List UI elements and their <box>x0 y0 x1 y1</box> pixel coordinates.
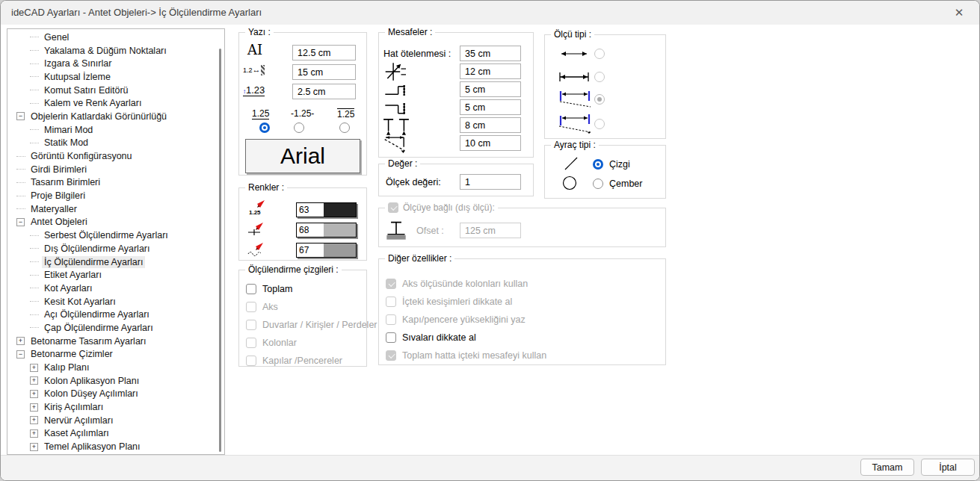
wall-offset-up-input[interactable] <box>460 81 521 97</box>
tree-item-betonarme-cizimler[interactable]: −Betonarme Çizimler <box>7 348 224 361</box>
other-properties-group: Diğer özellikler : <box>378 258 666 365</box>
dialog-footer: Tamam İptal <box>1 455 979 480</box>
dimension-line-color-icon <box>247 219 267 237</box>
tree-item-cap[interactable]: Çap Ölçülendirme Ayarları <box>7 321 224 335</box>
text-gap-input[interactable] <box>292 84 356 99</box>
tree-item-kolon-dusey[interactable]: +Kolon Düşey Açılımları <box>7 388 224 401</box>
expand-icon[interactable]: + <box>30 364 38 372</box>
offset-beam-icon <box>385 220 407 241</box>
tree-item-yakalama[interactable]: Yakalama & Düğüm Noktaları <box>7 44 224 58</box>
overline-style-radio[interactable] <box>339 122 350 133</box>
radio[interactable] <box>593 179 603 189</box>
tree-item-tasarim[interactable]: Tasarım Birimleri <box>7 176 224 190</box>
expand-icon[interactable]: + <box>30 443 38 451</box>
close-icon[interactable]: ✕ <box>951 5 967 20</box>
tree-item-proje[interactable]: Proje Bilgileri <box>7 189 224 202</box>
tree-item-kot[interactable]: Kot Ayarları <box>7 282 224 295</box>
cember-radio-row[interactable]: Çember <box>593 179 642 189</box>
tree-item-kolon-aplikasyon[interactable]: +Kolon Aplikasyon Planı <box>7 374 224 388</box>
scale-value-input[interactable] <box>460 174 521 190</box>
dim-type-witness-radio <box>594 94 605 105</box>
dimension-text-color-icon: 1.25 <box>249 199 267 216</box>
group-title: Ölçülendirme çizgileri : <box>245 264 342 275</box>
tree-item-genel[interactable]: Genel <box>7 31 224 44</box>
cancel-button[interactable]: İptal <box>921 459 975 476</box>
line-offset-input[interactable] <box>460 46 521 61</box>
tree-item-kalem[interactable]: Kalem ve Renk Ayarları <box>7 96 224 110</box>
dimension-text-color-control[interactable]: 63 <box>296 202 357 217</box>
collapse-icon[interactable]: − <box>16 218 25 226</box>
expand-icon[interactable]: + <box>30 390 38 398</box>
tree-item-kaset[interactable]: +Kaset Açılımları <box>7 427 224 441</box>
walls-span-input[interactable] <box>460 117 521 133</box>
expand-icon[interactable]: + <box>30 376 38 385</box>
cizgi-radio-row[interactable]: Çizgi <box>593 159 630 170</box>
aks-kolon-checkbox-row: Aks ölçüsünde kolonları kullan <box>386 279 528 289</box>
circle-separator-icon <box>561 175 578 191</box>
wall-offset-down-input[interactable] <box>460 99 521 115</box>
strike-style-radio[interactable] <box>294 122 304 133</box>
font-select-button[interactable]: Arial <box>245 139 360 173</box>
chain-dimension-input[interactable] <box>460 135 521 151</box>
slash-separator-icon <box>563 156 579 171</box>
toplam-checkbox-row[interactable]: Toplam <box>246 284 292 294</box>
text-height-input[interactable] <box>292 45 356 60</box>
checkbox <box>386 314 396 325</box>
duvarlar-checkbox-row: Duvarlar / Kirişler / Perdeler <box>246 320 377 330</box>
tree-item-girdi[interactable]: Girdi Birimleri <box>7 163 224 176</box>
wall-offset-up-icon <box>383 81 409 99</box>
tree-item-serbest[interactable]: Serbest Ölçülendirme Ayarları <box>7 229 224 242</box>
dimension-line-color-control[interactable]: 68 <box>296 223 357 238</box>
collapse-icon[interactable]: − <box>16 350 25 359</box>
axis-distance-input[interactable] <box>460 63 521 79</box>
strike-style-label: -1.25- <box>291 108 314 119</box>
kolonlar-checkbox-row: Kolonlar <box>246 338 297 348</box>
tree-item-kesit-kot[interactable]: Kesit Kot Ayarları <box>7 295 224 308</box>
tree-item-komut[interactable]: Komut Satırı Editörü <box>7 84 224 97</box>
expand-icon[interactable]: + <box>30 416 38 424</box>
tree-item-antet[interactable]: −Antet Objeleri <box>7 216 224 229</box>
tree-item-kiris[interactable]: +Kiriş Açılımları <box>7 400 224 414</box>
tree-item-ic-olcu[interactable]: İç Ölçülendirme Ayarları <box>7 255 224 269</box>
text-height-icon: AI <box>247 42 262 58</box>
checkbox[interactable] <box>246 284 256 294</box>
text-offset-input[interactable] <box>292 64 356 80</box>
checkbox[interactable] <box>386 332 396 343</box>
tree-item-materyaller[interactable]: Materyaller <box>7 202 224 216</box>
tree-item-goruntu[interactable]: Görüntü Konfigürasyonu <box>7 149 224 163</box>
checkbox <box>246 356 256 366</box>
color-swatch <box>324 203 356 217</box>
tree-item-aci[interactable]: Açı Ölçülendirme Ayarları <box>7 308 224 321</box>
expand-icon[interactable]: + <box>16 337 25 345</box>
collapse-icon[interactable]: − <box>16 112 25 120</box>
underline-style-radio[interactable] <box>259 122 270 133</box>
text-offset-icon: 1.2↔ <box>243 65 265 75</box>
tree-item-mimari[interactable]: Mimari Mod <box>7 123 224 137</box>
tree-item-betonarme-tasarim[interactable]: +Betonarme Tasarım Ayarları <box>7 335 224 348</box>
tree-item-izgara[interactable]: Izgara & Sınırlar <box>7 57 224 70</box>
scale-value-label: Ölçek değeri: <box>386 177 441 187</box>
tree-item-nervur[interactable]: +Nervür Açılımları <box>7 414 224 427</box>
color-swatch <box>324 223 356 237</box>
tree-item-kalip[interactable]: +Kalıp Planı <box>7 361 224 374</box>
tree-item-dis-olcu[interactable]: Dış Ölçülendirme Ayarları <box>7 242 224 255</box>
dim-type-ticks-radio <box>594 72 605 82</box>
ok-button[interactable]: Tamam <box>860 459 914 476</box>
hatch-color-control[interactable]: 67 <box>296 243 357 258</box>
expand-icon[interactable]: + <box>30 403 38 412</box>
tree-item-statik[interactable]: Statik Mod <box>7 137 224 150</box>
radio[interactable] <box>593 159 603 170</box>
tree-item-objelerin[interactable]: −Objelerin Katlardaki Görünürlüğü <box>7 110 224 123</box>
dim-type-arrow-icon <box>557 47 591 60</box>
offset-label: Ofset : <box>416 226 444 236</box>
expand-icon[interactable]: + <box>30 429 38 438</box>
checkbox <box>386 279 396 289</box>
tree-item-temel[interactable]: +Temel Aplikasyon Planı <box>7 440 224 453</box>
settings-tree: Genel Yakalama & Düğüm Noktaları Izgara … <box>7 28 225 455</box>
tree-scrollbar[interactable] <box>219 49 221 452</box>
tree-item-kutupsal[interactable]: Kutupsal İzleme <box>7 70 224 84</box>
sivalar-checkbox-row[interactable]: Sıvaları dikkate al <box>386 332 476 343</box>
group-title: Yazı : <box>245 27 274 37</box>
tree-item-etiket[interactable]: Etiket Ayarları <box>7 268 224 282</box>
checkbox <box>386 350 396 361</box>
